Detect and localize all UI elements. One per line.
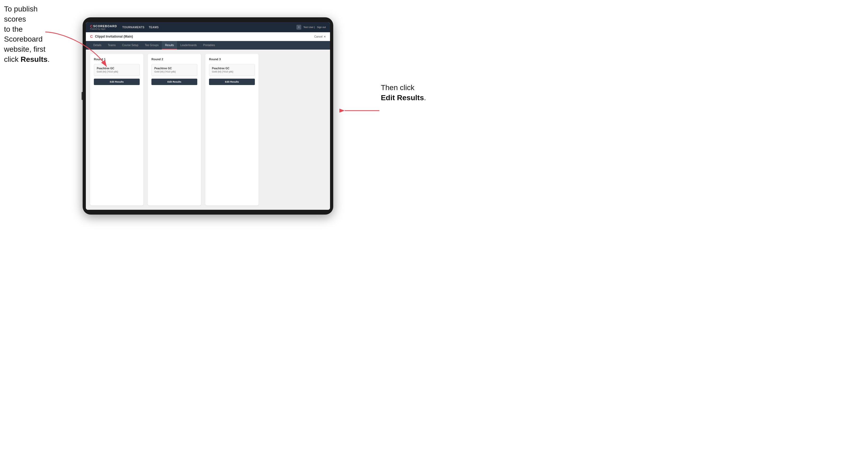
tablet-screen: C SCOREBOARD Powered by clippd TOURNAMEN… <box>86 22 330 210</box>
tab-course-setup[interactable]: Course Setup <box>119 41 142 50</box>
nav-tournaments[interactable]: TOURNAMENTS <box>122 25 145 30</box>
tab-results[interactable]: Results <box>162 41 177 50</box>
round-2-course-detail: Gold (M) (7010 yds) <box>154 70 194 73</box>
round-3-card: Round 3 Peachtree GC Gold (M) (7010 yds)… <box>205 54 258 206</box>
edit-results-round-2[interactable]: Edit Results <box>151 79 197 85</box>
nav-bar: C SCOREBOARD Powered by clippd TOURNAMEN… <box>86 22 330 32</box>
sign-out-link[interactable]: Sign out <box>317 26 326 29</box>
edit-results-round-1[interactable]: Edit Results <box>94 79 140 85</box>
annotation-right: Then click Edit Results. <box>381 83 426 103</box>
round-1-card: Round 1 Peachtree GC Gold (M) (7010 yds)… <box>90 54 144 206</box>
round-2-card: Round 2 Peachtree GC Gold (M) (7010 yds)… <box>148 54 201 206</box>
tab-tee-groups[interactable]: Tee Groups <box>142 41 162 50</box>
nav-teams[interactable]: TEAMS <box>149 25 159 30</box>
arrow-to-results <box>37 27 112 75</box>
nav-links: TOURNAMENTS TEAMS <box>122 25 291 30</box>
arrow-to-edit-results <box>339 103 382 119</box>
edit-results-round-3[interactable]: Edit Results <box>209 79 255 85</box>
main-content: Round 1 Peachtree GC Gold (M) (7010 yds)… <box>86 50 330 210</box>
tab-leaderboards[interactable]: Leaderboards <box>177 41 200 50</box>
tournament-header: C Clippd Invitational (Main) Cancel ✕ <box>86 32 330 41</box>
round-3-course-name: Peachtree GC <box>212 67 252 70</box>
round-2-course-name: Peachtree GC <box>154 67 194 70</box>
round-2-title: Round 2 <box>151 58 197 61</box>
cancel-button[interactable]: Cancel ✕ <box>314 35 326 38</box>
tab-printables[interactable]: Printables <box>200 41 218 50</box>
tab-bar: Details Teams Course Setup Tee Groups Re… <box>86 41 330 50</box>
side-button <box>82 92 83 100</box>
round-3-title: Round 3 <box>209 58 255 61</box>
nav-right: T Test User | Sign out <box>297 25 326 30</box>
user-avatar: T <box>297 25 301 30</box>
round-2-course: Peachtree GC Gold (M) (7010 yds) <box>151 64 197 76</box>
tablet-device: C SCOREBOARD Powered by clippd TOURNAMEN… <box>83 17 333 215</box>
round-3-course-detail: Gold (M) (7010 yds) <box>212 70 252 73</box>
round-3-course: Peachtree GC Gold (M) (7010 yds) <box>209 64 255 76</box>
